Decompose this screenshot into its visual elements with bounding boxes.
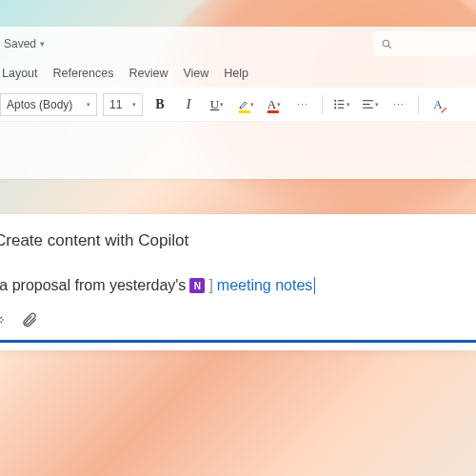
chevron-down-icon: ▾ [220,101,224,109]
more-paragraph-options-button[interactable]: ··· [387,93,410,116]
bold-button[interactable]: B [149,93,171,116]
save-status-label: Saved [4,37,36,50]
attach-button[interactable] [21,311,38,328]
highlight-swatch [239,110,250,113]
bullets-button[interactable]: ▾ [330,93,353,116]
chevron-down-icon: ▾ [347,101,350,109]
svg-rect-9 [363,104,370,105]
svg-rect-10 [363,108,373,109]
save-status-dropdown[interactable]: Saved ▾ [0,33,50,54]
pencil-icon [441,107,447,113]
text-caret [314,277,315,294]
copilot-compose-panel: Create content with Copilot ft a proposa… [0,214,476,350]
chevron-down-icon: ▾ [375,101,379,109]
chevron-down-icon: ▾ [250,101,254,109]
svg-point-6 [334,107,336,109]
ribbon-tabs: Layout References Review View Help [0,61,476,88]
separator [322,95,323,114]
svg-point-0 [383,40,389,47]
font-family-value: Aptos (Body) [7,98,72,111]
svg-rect-3 [338,100,345,101]
tab-layout[interactable]: Layout [2,67,38,80]
copilot-prompt-input[interactable]: ft a proposal from yesterday's N ] meeti… [0,264,476,296]
paperclip-icon [21,311,38,328]
chevron-down-icon: ▾ [40,39,45,49]
chevron-down-icon: ▾ [277,101,281,109]
word-window: Saved ▾ Layout References Review View He… [0,27,476,179]
tab-references[interactable]: References [53,67,114,80]
highlighter-icon [238,99,249,110]
reference-link[interactable]: meeting notes [217,277,313,294]
font-family-select[interactable]: Aptos (Body) ▾ [0,93,97,116]
more-font-options-button[interactable]: ··· [291,93,314,116]
prompt-text: ft a proposal from yesterday's [0,277,186,294]
underline-button[interactable]: U ▾ [206,93,228,116]
copilot-action-row [0,296,476,334]
copilot-heading: Create content with Copilot [0,231,476,264]
ribbon-toolbar: Aptos (Body) ▾ 11 ▾ B I U ▾ ▾ A ▾ ··· ▾ [0,88,476,122]
align-button[interactable]: ▾ [359,93,382,116]
separator [418,95,419,114]
svg-point-4 [334,103,336,105]
align-icon [362,98,374,110]
svg-rect-7 [338,108,345,109]
svg-rect-8 [363,100,373,101]
font-size-select[interactable]: 11 ▾ [103,93,143,116]
voice-input-button[interactable] [0,311,8,328]
font-color-swatch [268,110,279,113]
search-icon [381,38,393,50]
panel-accent-bar [0,340,476,343]
sparkle-icon [0,311,8,328]
italic-button[interactable]: I [177,93,200,116]
tab-view[interactable]: View [183,67,208,80]
svg-line-1 [388,46,391,49]
tab-help[interactable]: Help [224,67,248,80]
search-input[interactable] [373,31,476,56]
highlight-color-button[interactable]: ▾ [234,93,257,116]
underline-glyph: U [210,97,219,112]
reference-chip[interactable]: N ] [189,277,212,294]
onenote-icon: N [189,278,205,293]
chevron-down-icon: ▾ [87,101,90,109]
font-size-value: 11 [109,98,122,111]
clear-formatting-button[interactable]: A [426,93,449,116]
titlebar: Saved ▾ [0,27,476,61]
chevron-down-icon: ▾ [132,101,136,109]
svg-rect-5 [338,104,345,105]
tab-review[interactable]: Review [129,67,168,80]
font-color-button[interactable]: A ▾ [263,93,286,116]
svg-point-2 [334,100,336,102]
bracket-icon: ] [208,277,212,294]
bullets-icon [333,98,346,110]
